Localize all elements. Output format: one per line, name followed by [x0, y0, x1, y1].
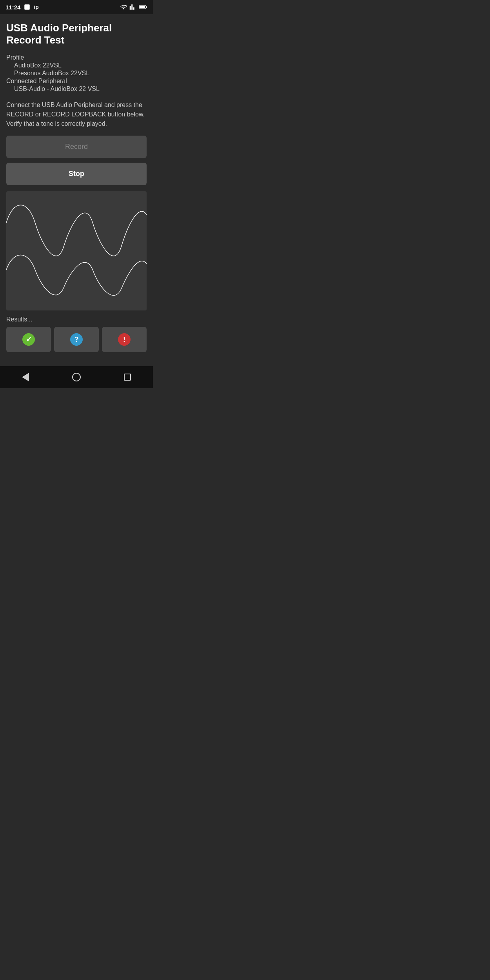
- battery-icon: [139, 5, 147, 9]
- wifi-icon: [120, 4, 127, 11]
- results-label: Results...: [6, 316, 147, 323]
- profile-line1: AudioBox 22VSL: [6, 62, 147, 69]
- waveform-svg: [6, 191, 147, 309]
- back-icon: [22, 373, 29, 381]
- result-unknown-button[interactable]: ?: [54, 327, 99, 352]
- results-buttons: ✓ ? !: [6, 327, 147, 352]
- result-pass-button[interactable]: ✓: [6, 327, 51, 352]
- signal-icon: [129, 4, 136, 11]
- status-time: 11:24: [5, 4, 20, 11]
- nav-bar: [0, 366, 153, 388]
- home-button[interactable]: [65, 369, 88, 385]
- unknown-symbol: ?: [74, 336, 79, 344]
- svg-rect-1: [139, 6, 145, 8]
- profile-section: Profile AudioBox 22VSL Presonus AudioBox…: [6, 54, 147, 93]
- photo-icon: [24, 4, 31, 11]
- profile-line2: Presonus AudioBox 22VSL: [6, 70, 147, 77]
- pass-icon: ✓: [22, 333, 35, 346]
- fail-symbol: !: [123, 336, 125, 344]
- pass-symbol: ✓: [26, 335, 32, 344]
- status-icons: [120, 4, 147, 11]
- profile-label: Profile: [6, 54, 147, 61]
- status-bar: 11:24 ip: [0, 0, 153, 14]
- unknown-icon: ?: [70, 333, 83, 346]
- waveform-display: [6, 191, 147, 310]
- recents-button[interactable]: [116, 369, 139, 385]
- record-button[interactable]: Record: [6, 136, 147, 158]
- instruction-text: Connect the USB Audio Peripheral and pre…: [6, 100, 147, 129]
- page-title: USB Audio Peripheral Record Test: [6, 22, 147, 46]
- status-left: 11:24 ip: [5, 4, 39, 11]
- home-icon: [72, 373, 81, 381]
- stop-button[interactable]: Stop: [6, 163, 147, 185]
- recents-icon: [124, 374, 131, 381]
- svg-rect-2: [146, 6, 147, 8]
- connected-peripheral-label: Connected Peripheral: [6, 78, 147, 85]
- status-ip-label: ip: [34, 4, 38, 10]
- result-fail-button[interactable]: !: [102, 327, 147, 352]
- main-content: USB Audio Peripheral Record Test Profile…: [0, 14, 153, 366]
- fail-icon: !: [118, 333, 131, 346]
- connected-peripheral-value: USB-Audio - AudioBox 22 VSL: [6, 85, 147, 93]
- back-button[interactable]: [14, 369, 37, 385]
